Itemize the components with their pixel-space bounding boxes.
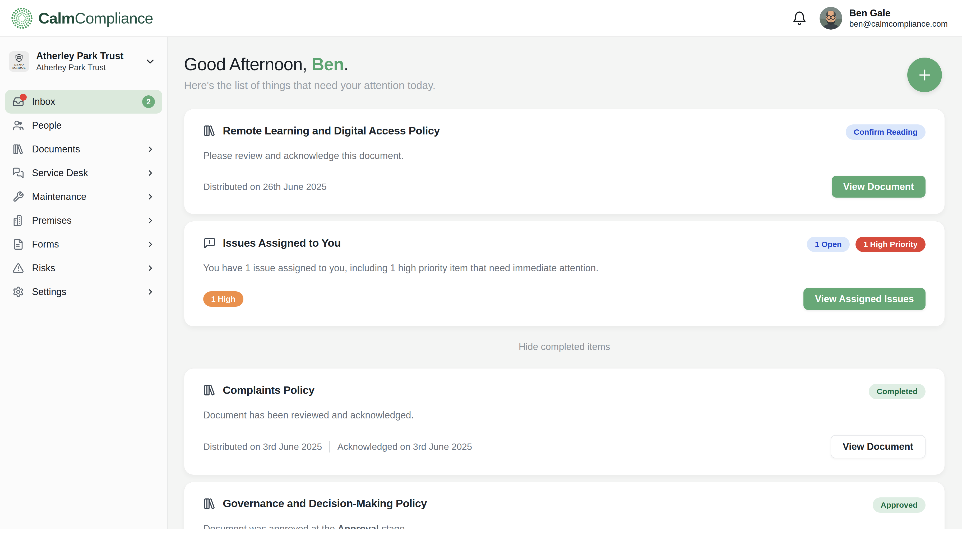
plus-icon [916, 66, 933, 84]
message-warning-icon [203, 237, 216, 249]
add-button[interactable] [907, 58, 942, 92]
avatar [820, 7, 842, 30]
brand-name: CalmCompliance [38, 9, 153, 27]
library-icon [203, 497, 216, 510]
bell-icon [792, 11, 807, 26]
library-icon [203, 124, 216, 137]
top-header: CalmCompliance [0, 0, 962, 37]
user-menu[interactable]: Ben Gale ben@calmcompliance.com [820, 7, 948, 30]
gear-icon [13, 286, 24, 298]
page-subtitle: Here's the list of things that need your… [184, 79, 945, 92]
sidebar: DEMO SCHOOL Atherley Park Trust Atherley… [0, 37, 168, 529]
chevron-right-icon [146, 287, 155, 296]
sidebar-item-service-desk[interactable]: Service Desk [5, 161, 162, 185]
card-description: You have 1 issue assigned to you, includ… [203, 262, 925, 274]
card-governance-policy: Governance and Decision-Making Policy Ap… [184, 482, 945, 529]
chevron-right-icon [146, 264, 155, 273]
sidebar-item-risks[interactable]: Risks [5, 256, 162, 280]
entity-title: Atherley Park Trust [36, 50, 137, 62]
header-actions: Ben Gale ben@calmcompliance.com [791, 7, 948, 30]
approval-stage: Approval [337, 523, 379, 529]
sidebar-item-label: Forms [32, 239, 138, 250]
sidebar-item-label: Documents [32, 144, 138, 155]
sidebar-item-label: Maintenance [32, 191, 138, 202]
brand-swirl-icon [10, 6, 34, 31]
chat-bubbles-icon [13, 167, 24, 179]
sidebar-item-inbox[interactable]: Inbox 2 [5, 90, 162, 114]
card-description: Document was approved at the Approval st… [203, 523, 925, 529]
card-title: Governance and Decision-Making Policy [223, 497, 427, 510]
brand-logo[interactable]: CalmCompliance [10, 6, 153, 31]
main-content: Good Afternoon, Ben. Here's the list of … [168, 37, 962, 529]
sidebar-item-label: Service Desk [32, 167, 138, 179]
warning-triangle-icon [13, 262, 24, 274]
card-remote-learning-policy: Remote Learning and Digital Access Polic… [184, 109, 945, 214]
status-badge: Confirm Reading [846, 124, 925, 140]
entity-text: Atherley Park Trust Atherley Park Trust [36, 50, 137, 73]
sidebar-item-label: Settings [32, 286, 138, 298]
attention-cards: Remote Learning and Digital Access Polic… [184, 109, 945, 529]
open-count-badge: 1 Open [807, 237, 850, 252]
chevron-right-icon [146, 240, 155, 249]
card-description: Please review and acknowledge this docum… [203, 150, 925, 161]
sidebar-item-people[interactable]: People [5, 114, 162, 137]
user-info: Ben Gale ben@calmcompliance.com [849, 7, 948, 29]
card-title: Complaints Policy [223, 384, 315, 396]
entity-logo: DEMO SCHOOL [9, 51, 29, 72]
dates-row: Distributed on 3rd June 2025 Acknowledge… [203, 441, 472, 452]
card-description: Document has been reviewed and acknowled… [203, 410, 925, 421]
user-email: ben@calmcompliance.com [849, 19, 948, 29]
view-document-button[interactable]: View Document [832, 175, 925, 198]
buildings-icon [13, 215, 24, 226]
users-icon [13, 120, 24, 131]
chevron-right-icon [146, 145, 155, 154]
distributed-date: Distributed on 26th June 2025 [203, 182, 327, 192]
sidebar-item-forms[interactable]: Forms [5, 232, 162, 256]
card-complaints-policy: Complaints Policy Completed Document has… [184, 368, 945, 475]
sidebar-item-documents[interactable]: Documents [5, 137, 162, 161]
app-window: CalmCompliance [0, 0, 962, 529]
notifications-button[interactable] [791, 10, 808, 27]
shield-book-icon [14, 54, 24, 63]
sidebar-item-settings[interactable]: Settings [5, 280, 162, 304]
card-title: Remote Learning and Digital Access Polic… [223, 125, 440, 137]
card-issues-assigned: Issues Assigned to You 1 Open 1 High Pri… [184, 221, 945, 327]
chevron-right-icon [146, 192, 155, 201]
file-text-icon [13, 238, 24, 250]
library-icon [13, 143, 24, 155]
chevron-down-icon [144, 56, 156, 68]
unread-dot [20, 94, 27, 101]
wrench-icon [13, 191, 24, 203]
sidebar-item-label: People [32, 120, 155, 131]
status-badge: Completed [869, 384, 925, 399]
sidebar-nav: Inbox 2 People [5, 90, 162, 304]
greeting-name: Ben [312, 55, 344, 74]
high-priority-badge: 1 High Priority [855, 237, 925, 252]
sidebar-item-premises[interactable]: Premises [5, 209, 162, 232]
view-document-button[interactable]: View Document [831, 435, 925, 458]
divider [329, 441, 330, 452]
inbox-icon [13, 96, 24, 108]
chevron-right-icon [146, 216, 155, 225]
library-icon [203, 384, 216, 396]
entity-subtitle: Atherley Park Trust [36, 62, 137, 73]
sidebar-item-label: Risks [32, 262, 138, 274]
hide-completed-toggle[interactable]: Hide completed items [184, 341, 945, 352]
status-badge: Approved [873, 497, 925, 513]
chevron-right-icon [146, 169, 155, 177]
user-name: Ben Gale [849, 7, 948, 19]
inbox-count-badge: 2 [142, 95, 155, 108]
sidebar-item-label: Premises [32, 215, 138, 226]
entity-logo-line1: DEMO [14, 63, 24, 66]
sidebar-item-maintenance[interactable]: Maintenance [5, 185, 162, 209]
view-assigned-issues-button[interactable]: View Assigned Issues [804, 288, 925, 310]
entity-switcher[interactable]: DEMO SCHOOL Atherley Park Trust Atherley… [5, 48, 162, 74]
acknowledged-date: Acknowledged on 3rd June 2025 [337, 441, 472, 452]
card-title: Issues Assigned to You [223, 237, 341, 249]
page-title: Good Afternoon, Ben. [184, 54, 945, 74]
sidebar-item-label: Inbox [32, 96, 134, 107]
entity-logo-line2: SCHOOL [13, 66, 26, 69]
distributed-date: Distributed on 3rd June 2025 [203, 441, 322, 452]
high-count-tag: 1 High [203, 291, 244, 307]
